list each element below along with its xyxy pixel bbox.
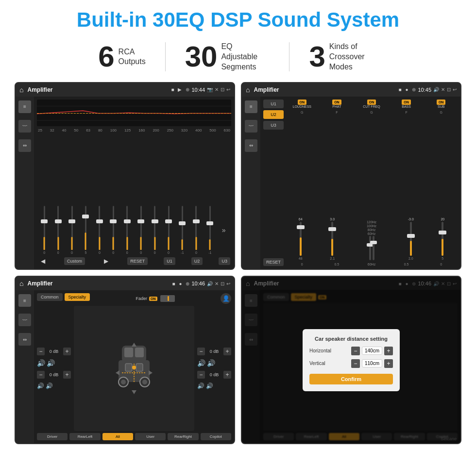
spk-driver-btn[interactable]: Driver [37, 433, 68, 440]
fader-1[interactable]: 0 [38, 206, 51, 254]
eq-custom-btn[interactable]: Custom [64, 257, 85, 265]
freq-80: 80 [98, 128, 102, 133]
spk-copilot-btn[interactable]: Copilot [201, 433, 231, 440]
page-wrapper: Built-in 30EQ DSP Sound System 6 RCAOutp… [0, 0, 476, 449]
spk-rearright-btn[interactable]: RearRight [168, 433, 198, 440]
cx-u2-btn[interactable]: U2 [263, 110, 284, 119]
spk-plus-3[interactable]: + [223, 348, 231, 355]
fader-5[interactable]: 0 [93, 206, 106, 254]
cx-loudness-toggle[interactable]: ON [298, 100, 307, 105]
spk-sidebar-arrows-btn[interactable]: ⇔ [18, 333, 31, 346]
fader-13[interactable]: -1 [204, 206, 216, 254]
fader-7[interactable]: 0 [121, 206, 134, 254]
dialog-horizontal-minus[interactable]: − [351, 347, 360, 355]
crossover-screen-card: ⌂ Amplifier ■ ● ⊕ 10:45 🔊 ✕ ⊡ ↩ ≡ 〰 ⇔ [241, 82, 461, 270]
cx-cutfreq-toggle[interactable]: ON [367, 100, 376, 105]
eq-u3-btn[interactable]: U3 [219, 257, 230, 265]
spk-speaker-l: 🔊 [37, 359, 45, 367]
cx-fader-3b-handle [370, 241, 377, 244]
spk-rearleft-btn[interactable]: RearLeft [69, 433, 100, 440]
dialog-confirm-button[interactable]: Confirm [309, 374, 393, 384]
stat-rca-label: RCAOutputs [119, 47, 146, 67]
eq-reset-btn[interactable]: RESET [127, 257, 148, 265]
cx-sidebar-wave-btn[interactable]: 〰 [245, 120, 257, 133]
fader-4[interactable]: 5 [79, 206, 92, 254]
cx-sidebar-arrows-btn[interactable]: ⇔ [245, 139, 257, 152]
spk-minus-1[interactable]: − [37, 348, 45, 355]
cx-fader-5[interactable]: 20 5 [428, 217, 458, 260]
spk-vol-icon: 🔊 [207, 281, 213, 286]
spk-user-btn[interactable]: User [135, 433, 166, 440]
dialog-vertical-minus[interactable]: − [351, 359, 360, 368]
spk-minus-4[interactable]: − [197, 371, 205, 379]
cx-sub-toggle[interactable]: ON [437, 100, 446, 105]
cx-phat-toggle[interactable]: ON [332, 100, 341, 105]
cx-fader-1[interactable]: 64 48 [286, 217, 315, 260]
fader-7-val: 0 [126, 251, 128, 254]
fader-8[interactable]: 0 [135, 206, 147, 254]
svg-rect-6 [124, 348, 133, 357]
eq-sidebar-wave-btn[interactable]: 〰 [18, 120, 31, 133]
home-icon[interactable]: ⌂ [19, 86, 23, 94]
freq-630: 630 [224, 128, 230, 133]
cx-fader-5-top: 20 [441, 217, 444, 221]
spk-minus-2[interactable]: − [37, 371, 45, 379]
spk-home-icon[interactable]: ⌂ [19, 280, 23, 287]
spk-minus-3[interactable]: − [197, 348, 205, 355]
eq-prev-btn[interactable]: ◀ [38, 256, 48, 266]
fader-12[interactable]: 0 [190, 206, 203, 254]
fader-9-gold [154, 237, 155, 250]
spk-plus-1[interactable]: + [63, 348, 71, 355]
eq-sidebar-eq-btn[interactable]: ≡ [18, 100, 31, 113]
eq-u1-btn[interactable]: U1 [164, 257, 175, 265]
fader-11[interactable]: -1 [176, 206, 188, 254]
fader-3[interactable]: 0 [66, 206, 78, 254]
cx-home-icon[interactable]: ⌂ [246, 86, 250, 94]
fader-arrow[interactable]: » [217, 206, 230, 254]
cx-freq-100hz: 100Hz [367, 224, 376, 228]
window-icon: ⊡ [221, 87, 224, 92]
eq-bottom-bar: ◀ Custom ▶ RESET U1 U2 U3 [37, 256, 231, 266]
cx-fader-2[interactable]: 3.0 2.1 [317, 217, 347, 260]
cx-u1-btn[interactable]: U1 [263, 100, 284, 108]
fader-2[interactable]: 0 [51, 206, 64, 254]
dialog-vertical-plus[interactable]: + [384, 359, 393, 368]
fader-6[interactable]: 0 [107, 206, 119, 254]
cx-fader-4[interactable]: -3.0 2.0 [396, 217, 425, 260]
spk-fader-bar[interactable] [160, 295, 175, 302]
cx-bass-toggle[interactable]: ON [402, 100, 411, 105]
fader-6-val: 0 [112, 251, 114, 254]
fader-4-gold [85, 233, 86, 250]
spk-screen-header: ⌂ Amplifier ■ ● ⊕ 10:46 🔊 ✕ ⊡ ↩ [16, 277, 234, 290]
svg-marker-17 [132, 343, 136, 347]
cx-fader-3b[interactable] [373, 236, 374, 260]
spk-fader-row-3: − 0 dB + [197, 348, 231, 355]
fader-6-gold [113, 237, 114, 250]
spk-common-tab[interactable]: Common [37, 293, 63, 301]
dialog-horizontal-label: Horizontal [309, 348, 336, 353]
eq-u2-btn[interactable]: U2 [191, 257, 203, 265]
cx-sidebar-eq-btn[interactable]: ≡ [245, 100, 257, 113]
eq-next-btn[interactable]: ▶ [101, 256, 111, 266]
cx-fader-3a[interactable] [369, 236, 371, 260]
fader-12-track [195, 206, 197, 250]
eq-sidebar-arrows-btn[interactable]: ⇔ [18, 139, 31, 152]
spk-specialty-tab[interactable]: Specialty [65, 293, 90, 301]
eq-header-icons: ⊕ 10:44 📷 ✕ ⊡ ↩ [186, 87, 230, 93]
cx-val-0b: 0 [425, 263, 458, 266]
cx-reset-btn[interactable]: RESET [263, 258, 284, 266]
spk-plus-4[interactable]: + [223, 371, 231, 379]
spk-plus-2[interactable]: + [63, 371, 71, 379]
spk-profile-icon[interactable]: 👤 [221, 293, 231, 304]
dialog-horizontal-plus[interactable]: + [384, 347, 393, 355]
spk-fader-row-1: − 0 dB + [37, 348, 71, 355]
fader-10-handle [165, 219, 172, 223]
spk-sidebar-eq-btn[interactable]: ≡ [18, 294, 31, 307]
speaker-screen-card: ⌂ Amplifier ■ ● ⊕ 10:46 🔊 ✕ ⊡ ↩ ≡ 〰 ⇔ [15, 276, 235, 444]
fader-9-val: 0 [154, 251, 156, 254]
fader-10[interactable]: 0 [162, 206, 175, 254]
spk-all-btn[interactable]: All [102, 433, 133, 440]
fader-9[interactable]: 0 [148, 206, 161, 254]
cx-u3-btn[interactable]: U3 [263, 121, 284, 130]
spk-sidebar-wave-btn[interactable]: 〰 [18, 314, 31, 326]
